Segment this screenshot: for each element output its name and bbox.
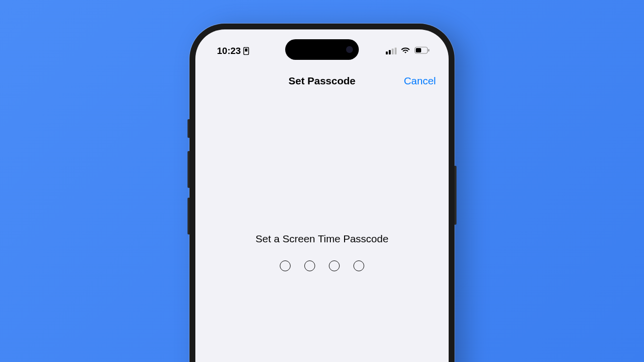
cancel-button[interactable]: Cancel [404,75,436,87]
status-bar-left: 10:23 [217,46,249,56]
navigation-bar: Set Passcode Cancel [195,68,449,94]
passcode-digit-1 [280,260,291,271]
status-bar-right [386,47,430,56]
phone-bezel: 10:23 [192,26,452,362]
screen-recording-icon [243,47,249,55]
status-time: 10:23 [217,46,241,56]
phone-screen: 10:23 [195,29,449,362]
passcode-content: Set a Screen Time Passcode [195,233,449,271]
cellular-signal-icon [386,48,397,54]
battery-icon [414,47,430,56]
volume-down-button [188,198,189,234]
passcode-digit-2 [304,260,315,271]
page-title: Set Passcode [289,75,356,87]
dynamic-island [285,39,359,60]
passcode-digit-4 [353,260,364,271]
power-button [455,166,456,225]
wifi-icon [401,47,410,56]
svg-rect-3 [416,48,421,52]
silent-switch [188,119,189,138]
passcode-input[interactable] [280,260,364,271]
phone-device-frame: 10:23 [189,24,455,362]
svg-rect-4 [429,49,429,52]
volume-up-button [188,151,189,188]
passcode-digit-3 [329,260,340,271]
svg-rect-1 [245,49,247,52]
passcode-prompt-label: Set a Screen Time Passcode [256,233,389,245]
